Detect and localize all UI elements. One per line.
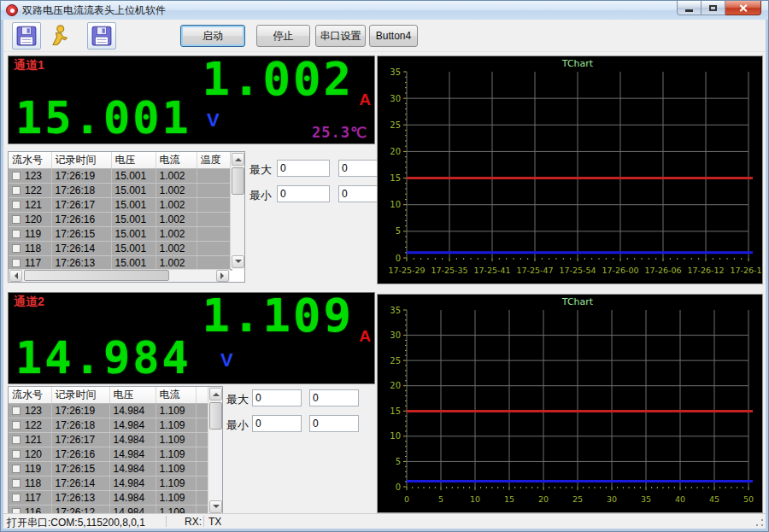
scrollbar-thumb[interactable] [209, 402, 222, 430]
channel2-max-field-2[interactable] [309, 389, 359, 406]
table-row[interactable]: 11817:26:1415.0011.002 [9, 241, 232, 255]
titlebar[interactable]: 双路电压电流流表头上位机软件 [1, 1, 768, 20]
horizontal-scrollbar[interactable] [9, 269, 230, 282]
row-checkbox[interactable] [12, 172, 21, 180]
column-header[interactable]: 流水号 [9, 152, 51, 168]
table-row[interactable]: 12017:26:1614.9841.109 [9, 447, 209, 461]
row-cell: 15.001 [111, 197, 156, 212]
column-header[interactable]: 流水号 [9, 387, 51, 403]
channel2-voltage-value: 14.984 [15, 336, 191, 380]
scroll-right-button[interactable] [216, 270, 229, 282]
column-header[interactable]: 电流 [156, 387, 196, 403]
row-cell: 1.002 [156, 226, 197, 241]
channel2-max-field-1[interactable] [252, 389, 302, 406]
scroll-down-button[interactable] [232, 255, 244, 268]
row-checkbox[interactable] [12, 201, 21, 209]
button4[interactable]: Button4 [369, 25, 418, 47]
svg-text:17-26-06: 17-26-06 [644, 266, 681, 275]
column-header[interactable]: 电流 [156, 152, 197, 168]
svg-text:50: 50 [743, 494, 754, 504]
row-checkbox[interactable] [12, 479, 21, 488]
table-row[interactable]: 12317:26:1915.0011.002 [9, 168, 232, 183]
svg-text:45: 45 [709, 494, 719, 504]
column-header[interactable]: 电压 [111, 152, 156, 168]
run-button[interactable] [44, 22, 73, 50]
arrow-left-icon [11, 272, 18, 279]
save-button-2[interactable] [87, 22, 116, 50]
table-row[interactable]: 12017:26:1615.0011.002 [9, 212, 232, 226]
row-serial-cell: 118 [9, 241, 51, 255]
scroll-up-button[interactable] [232, 153, 244, 166]
row-cell: 1.109 [156, 476, 196, 490]
close-button[interactable] [725, 1, 761, 15]
svg-text:35: 35 [390, 306, 401, 315]
resize-grip[interactable] [754, 517, 765, 528]
row-cell: 15.001 [111, 255, 156, 270]
row-checkbox[interactable] [12, 259, 21, 267]
row-checkbox[interactable] [12, 406, 21, 415]
channel1-max-field-1[interactable] [277, 160, 330, 177]
minimize-button[interactable] [677, 1, 701, 15]
scroll-left-button[interactable] [9, 270, 22, 282]
svg-text:17-25-47: 17-25-47 [516, 266, 553, 275]
table-row[interactable]: 11917:26:1515.0011.002 [9, 226, 232, 241]
row-cell: 1.002 [156, 241, 197, 255]
table-row[interactable]: 12217:26:1815.0011.002 [9, 183, 232, 197]
row-checkbox[interactable] [12, 230, 21, 238]
channel1-min-field-1[interactable] [277, 185, 330, 202]
row-checkbox[interactable] [12, 465, 21, 473]
row-checkbox[interactable] [12, 215, 21, 224]
column-header[interactable]: 温度 [197, 152, 232, 168]
column-header[interactable]: 记录时间 [51, 387, 109, 403]
vertical-scrollbar[interactable] [208, 387, 222, 514]
row-serial-cell: 118 [9, 476, 51, 490]
row-checkbox[interactable] [12, 244, 21, 253]
svg-text:17-26-18: 17-26-18 [730, 266, 762, 275]
column-header[interactable]: 记录时间 [51, 152, 111, 168]
row-checkbox[interactable] [12, 450, 21, 459]
table-row[interactable]: 12117:26:1714.9841.109 [9, 432, 209, 447]
row-cell: 15.001 [111, 212, 156, 226]
table-row[interactable]: 11717:26:1315.0011.002 [9, 255, 232, 270]
table-row[interactable]: 12317:26:1914.9841.109 [9, 403, 209, 418]
table-row[interactable]: 12217:26:1814.9841.109 [9, 418, 209, 432]
channel2-min-field-2[interactable] [309, 415, 359, 432]
table-row[interactable]: 11817:26:1414.9841.109 [9, 476, 209, 490]
svg-text:0: 0 [404, 494, 409, 504]
row-cell: 15.001 [111, 183, 156, 197]
table-row[interactable]: 11917:26:1514.9841.109 [9, 461, 209, 476]
row-cell: 1.109 [156, 461, 196, 476]
app-window: 双路电压电流流表头上位机软件 [0, 0, 769, 532]
row-cell: 14.984 [109, 476, 156, 490]
row-checkbox[interactable] [12, 186, 21, 195]
stop-button[interactable]: 停止 [256, 25, 310, 47]
scrollbar-thumb[interactable] [24, 270, 169, 281]
serial-settings-button[interactable]: 串口设置 [315, 25, 366, 47]
svg-text:30: 30 [390, 94, 401, 103]
scrollbar-thumb[interactable] [232, 167, 244, 195]
row-cell: 17:26:18 [51, 183, 111, 197]
row-serial-cell: 122 [9, 418, 51, 432]
scroll-up-button[interactable] [209, 388, 222, 400]
channel2-min-field-1[interactable] [252, 415, 302, 432]
save-icon [91, 25, 113, 47]
row-cell: 1.109 [156, 447, 196, 461]
channel2-table[interactable]: 流水号记录时间电压电流12317:26:1914.9841.10912217:2… [8, 386, 223, 515]
start-button[interactable]: 启动 [180, 25, 245, 47]
row-cell: 17:26:18 [51, 418, 109, 432]
table-row[interactable]: 11717:26:1314.9841.109 [9, 490, 209, 505]
row-checkbox[interactable] [12, 494, 21, 502]
maximize-button[interactable] [701, 1, 725, 15]
scroll-down-button[interactable] [209, 500, 222, 513]
row-checkbox[interactable] [12, 421, 21, 430]
vertical-scrollbar[interactable] [230, 152, 244, 269]
row-serial-cell: 117 [9, 490, 51, 505]
column-header[interactable]: 电压 [109, 387, 156, 403]
row-cell: 15.001 [111, 241, 156, 255]
row-checkbox[interactable] [12, 436, 21, 444]
channel1-table[interactable]: 流水号记录时间电压电流温度12317:26:1915.0011.00212217… [8, 151, 245, 283]
row-cell: 1.109 [156, 418, 196, 432]
save-button-1[interactable] [12, 22, 41, 50]
table-row[interactable]: 12117:26:1715.0011.002 [9, 197, 232, 212]
arrow-up-icon [213, 389, 220, 396]
